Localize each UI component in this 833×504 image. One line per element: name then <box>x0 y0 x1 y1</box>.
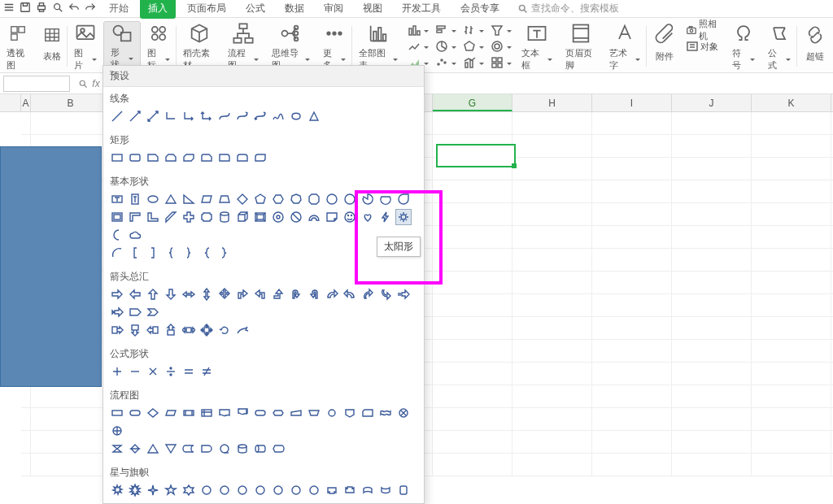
chart-combo-button[interactable] <box>463 55 484 70</box>
shape-brace-l[interactable] <box>164 245 178 260</box>
command-search[interactable]: 查找命令、搜索模板 <box>517 2 619 15</box>
shape-arrow-pentagon[interactable] <box>128 305 142 319</box>
shape-fc-manual-input[interactable] <box>289 406 303 420</box>
shape-star8[interactable] <box>217 483 232 497</box>
chart-radar-button[interactable] <box>463 39 484 54</box>
shape-star32[interactable] <box>307 483 321 497</box>
shape-triangle[interactable] <box>164 192 178 206</box>
shape-fc-stored[interactable] <box>181 441 196 456</box>
tab-layout[interactable]: 页面布局 <box>179 0 234 19</box>
shape-arrow-r[interactable] <box>110 287 124 302</box>
shape-heart[interactable] <box>360 210 375 224</box>
shape-elbow-arrow[interactable] <box>181 109 196 124</box>
shape-octagon[interactable] <box>307 192 321 206</box>
ribbon-textbox[interactable]: 文本框 <box>515 21 559 72</box>
chart-more-button[interactable] <box>491 55 512 70</box>
chart-stock-button[interactable] <box>463 23 484 37</box>
shape-brace-r[interactable] <box>181 245 196 260</box>
name-box[interactable] <box>3 76 70 92</box>
shape-star16[interactable] <box>271 483 286 497</box>
shape-explosion1[interactable] <box>110 483 124 497</box>
shape-arrow-chevron[interactable] <box>146 305 160 319</box>
shape-brace-pair-r[interactable] <box>217 245 232 260</box>
shape-sun[interactable] <box>396 210 411 224</box>
shape-decagon[interactable] <box>325 192 339 206</box>
shape-pentagon[interactable] <box>253 192 268 206</box>
chart-funnel-button[interactable] <box>491 23 512 37</box>
col-H[interactable]: H <box>512 94 592 111</box>
shape-minus[interactable] <box>128 364 142 379</box>
selected-cell-G3[interactable] <box>436 144 516 167</box>
shape-arrow-l[interactable] <box>128 287 142 302</box>
shape-teardrop[interactable] <box>396 192 411 206</box>
shape-star7[interactable] <box>199 483 214 497</box>
col-I[interactable]: I <box>592 94 672 111</box>
shape-star5[interactable] <box>164 483 178 497</box>
shape-star4[interactable] <box>146 483 160 497</box>
shape-star24[interactable] <box>289 483 303 497</box>
shape-curve[interactable] <box>217 109 232 124</box>
shape-ribbon-curve-up[interactable] <box>360 483 375 497</box>
chart-pie-button[interactable] <box>435 39 456 54</box>
shape-cross[interactable] <box>181 210 196 224</box>
shape-fc-magnetic[interactable] <box>235 441 250 456</box>
shape-fc-seq[interactable] <box>217 441 232 456</box>
shape-snip1[interactable] <box>146 150 160 165</box>
shape-fc-alt[interactable] <box>128 406 142 420</box>
shape-ribbon-up[interactable] <box>325 483 339 497</box>
select-all-corner[interactable] <box>0 94 21 111</box>
shape-arrow-curved-d[interactable] <box>378 287 393 302</box>
ribbon-symbol[interactable]: 符号 <box>726 21 761 72</box>
tab-start[interactable]: 开始 <box>101 0 137 19</box>
ribbon-more[interactable]: 更多 <box>316 21 352 72</box>
tab-view[interactable]: 视图 <box>355 0 390 19</box>
col-J[interactable]: J <box>672 94 752 111</box>
shape-ribbon-curve-down[interactable] <box>378 483 393 497</box>
shape-oval[interactable] <box>146 192 160 206</box>
shape-pie[interactable] <box>360 192 375 206</box>
shape-equal[interactable] <box>181 364 196 379</box>
qat-undo-icon[interactable] <box>68 2 80 15</box>
ribbon-picture[interactable]: 图片 <box>68 21 103 72</box>
shape-cube[interactable] <box>235 210 250 224</box>
ribbon-wordart[interactable]: 艺术字 <box>603 21 647 72</box>
shape-fc-process[interactable] <box>110 406 124 420</box>
shape-arrow-line[interactable] <box>128 109 142 124</box>
shape-arrow-ud[interactable] <box>199 287 214 302</box>
shape-donut[interactable] <box>271 210 286 224</box>
shape-fc-delay[interactable] <box>199 441 214 456</box>
shape-fc-direct[interactable] <box>253 441 268 456</box>
tab-data[interactable]: 数据 <box>277 0 312 19</box>
shape-arrow-bent-u[interactable] <box>271 287 286 302</box>
shape-freeform[interactable] <box>271 109 286 124</box>
shape-fc-extract[interactable] <box>146 441 160 456</box>
shape-can[interactable] <box>217 210 232 224</box>
shape-fc-terminator[interactable] <box>253 406 268 420</box>
shape-dodecagon[interactable] <box>342 192 357 206</box>
shape-arrow-notched[interactable] <box>110 305 124 319</box>
shape-curve-double[interactable] <box>253 109 268 124</box>
shape-fc-sum[interactable] <box>396 406 411 420</box>
shape-plaque[interactable] <box>199 210 214 224</box>
shape-arrow-callout-u[interactable] <box>164 323 178 337</box>
qat-save-icon[interactable] <box>20 2 31 15</box>
shape-fc-connector[interactable] <box>325 406 339 420</box>
shape-diamond[interactable] <box>235 192 250 206</box>
chart-scatter-button[interactable] <box>435 55 456 70</box>
shape-arrow-curved-l[interactable] <box>342 287 357 302</box>
shape-trapezoid[interactable] <box>217 192 232 206</box>
shape-arrow-lr[interactable] <box>181 287 196 302</box>
shape-bracket-l[interactable] <box>128 245 142 260</box>
chart-bar-button[interactable] <box>435 23 456 37</box>
shape-halfframe[interactable] <box>128 210 142 224</box>
shape-noentry[interactable] <box>289 210 303 224</box>
ribbon-attachment[interactable]: 附件 <box>647 21 683 72</box>
shape-fc-prep[interactable] <box>271 406 286 420</box>
shape-textbox-v[interactable] <box>128 192 142 206</box>
shape-chord[interactable] <box>378 192 393 206</box>
shape-star12[interactable] <box>253 483 268 497</box>
col-G[interactable]: G <box>433 94 512 111</box>
shape-plus[interactable] <box>110 364 124 379</box>
shape-snip2diag[interactable] <box>181 150 196 165</box>
shape-arrow-callout-l[interactable] <box>146 323 160 337</box>
